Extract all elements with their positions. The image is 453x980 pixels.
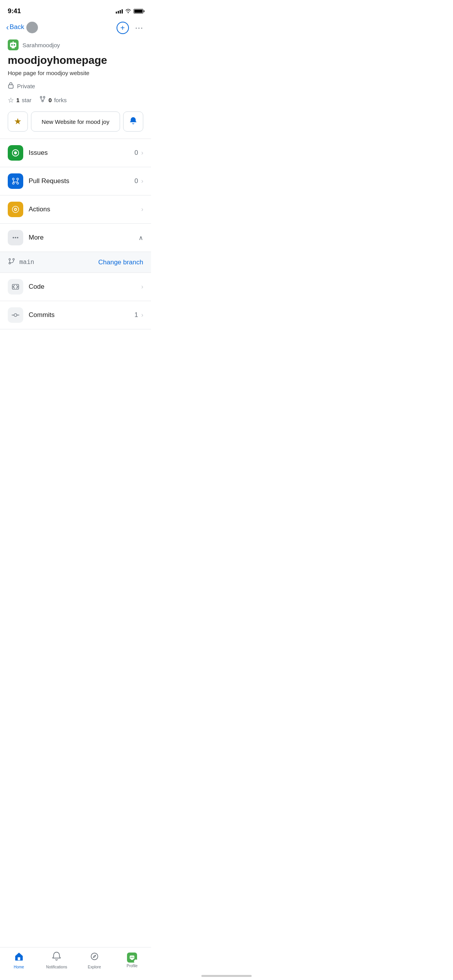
- pull-requests-count: 0: [134, 177, 138, 185]
- svg-rect-5: [9, 85, 13, 88]
- owner-row: Sarahmoodjoy: [0, 38, 151, 53]
- back-chevron-icon: ‹: [6, 23, 9, 32]
- menu-item-more[interactable]: More ∧: [0, 224, 151, 252]
- file-list: Code › Commits 1 ›: [0, 273, 151, 329]
- svg-point-11: [12, 178, 14, 180]
- svg-point-17: [15, 209, 16, 210]
- forks-stat[interactable]: 0 forks: [39, 96, 67, 105]
- owner-name: Sarahmoodjoy: [22, 42, 60, 48]
- commits-icon: [11, 311, 20, 319]
- navigation-bar: ‹ Back + ···: [0, 19, 151, 38]
- menu-item-actions[interactable]: Actions ›: [0, 195, 151, 224]
- add-button[interactable]: +: [117, 22, 129, 34]
- battery-icon: [134, 9, 143, 14]
- fork-icon: [39, 96, 46, 105]
- code-label: Code: [29, 283, 141, 291]
- branch-icon: [8, 257, 15, 267]
- menu-list: Issues 0 › Pull Requests 0 ›: [0, 139, 151, 252]
- pull-requests-label: Pull Requests: [29, 177, 134, 185]
- code-icon: [11, 283, 20, 291]
- back-button[interactable]: ‹ Back: [6, 21, 38, 33]
- svg-rect-4: [13, 41, 14, 43]
- branch-section: main Change branch: [0, 252, 151, 273]
- svg-rect-0: [10, 43, 16, 47]
- stars-label: star: [22, 97, 31, 103]
- svg-point-21: [9, 259, 10, 260]
- wifi-icon: [125, 8, 131, 14]
- more-chevron-icon: ∧: [139, 234, 143, 242]
- bell-button[interactable]: [123, 111, 143, 132]
- issues-icon-wrap: [8, 145, 23, 161]
- back-label: Back: [10, 23, 24, 31]
- pull-requests-chevron-icon: ›: [141, 178, 143, 185]
- add-icon: +: [120, 24, 125, 33]
- file-item-code[interactable]: Code ›: [0, 273, 151, 301]
- star-icon: ☆: [8, 96, 14, 105]
- svg-point-10: [14, 151, 17, 154]
- branch-name: main: [19, 259, 34, 266]
- issues-count: 0: [134, 149, 138, 157]
- issues-icon: [11, 149, 20, 157]
- branch-left: main: [8, 257, 34, 267]
- visibility-label: Private: [17, 83, 35, 89]
- code-icon-wrap: [8, 279, 23, 295]
- more-button[interactable]: ···: [135, 23, 143, 33]
- change-branch-button[interactable]: Change branch: [98, 259, 143, 266]
- action-buttons-row: ★ New Website for mood joy: [0, 111, 151, 139]
- forks-label: forks: [54, 97, 67, 103]
- actions-icon-wrap: [8, 202, 23, 217]
- svg-rect-3: [12, 47, 15, 48]
- bell-icon: [129, 117, 137, 127]
- svg-point-12: [17, 178, 19, 180]
- commits-chevron-icon: ›: [141, 312, 143, 319]
- nav-right-actions: + ···: [117, 21, 143, 34]
- star-button[interactable]: ★: [8, 111, 28, 132]
- visibility-row: Private: [0, 82, 151, 96]
- menu-item-issues[interactable]: Issues 0 ›: [0, 139, 151, 167]
- svg-point-23: [13, 259, 14, 260]
- pull-request-icon: [11, 177, 20, 185]
- commits-count: 1: [134, 311, 138, 319]
- signal-icon: [116, 9, 123, 14]
- stars-count: 1: [16, 97, 19, 103]
- notification-text-button[interactable]: New Website for mood joy: [31, 111, 120, 132]
- svg-point-13: [12, 182, 14, 184]
- svg-point-1: [11, 44, 13, 46]
- status-icons: [116, 8, 143, 14]
- status-time: 9:41: [8, 7, 21, 15]
- svg-point-14: [17, 182, 19, 184]
- more-label: More: [29, 234, 139, 242]
- actions-label: Actions: [29, 206, 141, 213]
- forks-count: 0: [48, 97, 51, 103]
- svg-point-20: [17, 237, 19, 238]
- stats-row: ☆ 1 star 0 forks: [0, 96, 151, 111]
- status-bar: 9:41: [0, 0, 151, 19]
- commits-label: Commits: [29, 311, 134, 319]
- avatar: [26, 22, 38, 33]
- repo-title: moodjoyhomepage: [0, 53, 151, 70]
- more-icon-wrap: [8, 230, 23, 245]
- actions-icon: [11, 205, 20, 214]
- issues-label: Issues: [29, 149, 134, 157]
- pull-requests-icon-wrap: [8, 173, 23, 189]
- svg-point-25: [14, 314, 17, 316]
- repo-description: Hope page for moodjoy website: [0, 70, 151, 82]
- star-filled-icon: ★: [14, 117, 22, 127]
- notification-text: New Website for mood joy: [42, 118, 110, 125]
- issues-chevron-icon: ›: [141, 149, 143, 156]
- svg-point-2: [14, 44, 15, 46]
- svg-point-18: [13, 237, 14, 238]
- file-item-commits[interactable]: Commits 1 ›: [0, 301, 151, 329]
- owner-avatar: [8, 39, 19, 50]
- menu-item-pull-requests[interactable]: Pull Requests 0 ›: [0, 167, 151, 195]
- actions-chevron-icon: ›: [141, 206, 143, 213]
- code-chevron-icon: ›: [141, 283, 143, 290]
- lock-icon: [8, 82, 14, 90]
- more-dots-icon: ···: [135, 23, 143, 33]
- stars-stat[interactable]: ☆ 1 star: [8, 96, 31, 105]
- svg-point-19: [15, 237, 16, 238]
- more-dots-menu-icon: [11, 233, 20, 242]
- commits-icon-wrap: [8, 307, 23, 323]
- robot-icon: [9, 41, 18, 49]
